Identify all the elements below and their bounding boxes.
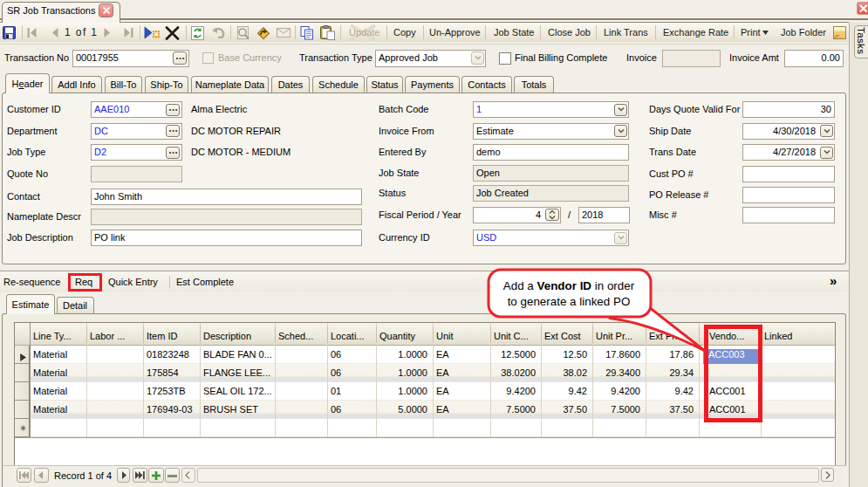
svg-text:Add a Vendor ID in order: Add a Vendor ID in order [503, 279, 635, 292]
svg-text:to generate a linked PO: to generate a linked PO [508, 295, 631, 308]
